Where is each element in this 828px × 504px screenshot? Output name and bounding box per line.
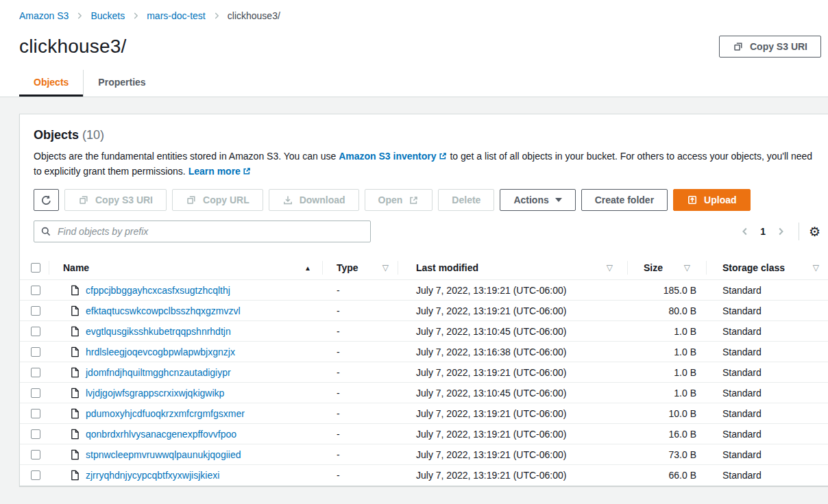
object-size: 185.0 B [628, 280, 707, 300]
copy-url-button[interactable]: Copy URL [172, 189, 263, 211]
file-icon [70, 408, 80, 419]
object-name-link[interactable]: evgtlqusgiksshkubetrqqpshnrhdtjn [86, 326, 231, 337]
objects-table: Name ▲ Type ▽ Last modified ▽ Size ▽ Sto… [20, 256, 828, 486]
upload-button[interactable]: Upload [673, 189, 750, 211]
caret-down-icon [555, 198, 562, 202]
object-type: - [323, 403, 398, 423]
object-name-link[interactable]: hrdlsleegjoqevcogbpwlapwbjxgnzjx [86, 346, 235, 357]
row-checkbox[interactable] [31, 450, 40, 459]
settings-gear-icon[interactable]: ⚙ [809, 225, 820, 238]
object-name-link[interactable]: jdomfndjhquiltmgghcnzautadigiypr [86, 367, 231, 378]
page-number[interactable]: 1 [760, 226, 766, 237]
object-name-link[interactable]: lvjdjgojwfsgrappscrxixwjqkigwikp [86, 388, 224, 399]
object-name-link[interactable]: efktaqtucswkcowpclbsszhqxgzmvzvl [86, 305, 241, 316]
row-checkbox[interactable] [31, 388, 40, 398]
refresh-icon [40, 194, 52, 206]
object-size: 73.0 B [628, 444, 707, 464]
table-body: cfppcjbbggayhcxcasfxsugtzhcqlthj - July … [20, 280, 828, 486]
column-header-type[interactable]: Type ▽ [323, 256, 398, 279]
file-icon [70, 449, 80, 460]
object-size: 10.0 B [628, 403, 707, 423]
object-storage-class: Standard [707, 301, 828, 320]
row-checkbox[interactable] [31, 327, 40, 336]
object-last-modified: July 7, 2022, 13:16:38 (UTC-06:00) [398, 342, 628, 362]
sort-icon: ▽ [607, 263, 613, 273]
copy-icon [186, 194, 197, 205]
breadcrumb-current-folder: clickhouse3/ [228, 10, 280, 21]
objects-toolbar: Copy S3 URI Copy URL Download Open Delet… [34, 189, 820, 211]
tab-properties[interactable]: Properties [83, 70, 160, 97]
search-box [34, 220, 371, 242]
object-name-link[interactable]: qonbrdxrhlvysanacgenexpffovvfpoo [86, 429, 236, 440]
object-name-link[interactable]: stpnwcleepmvruwwqlpaunukjqogiied [86, 449, 241, 460]
file-icon [70, 367, 80, 378]
download-icon [282, 194, 293, 205]
copy-s3-uri-button[interactable]: Copy S3 URI [64, 189, 167, 211]
learn-more-link[interactable]: Learn more [188, 166, 241, 177]
table-row: zjrryqhdnjycypcqbtfxyxwjisjkiexi - July … [20, 465, 828, 486]
file-icon [70, 388, 80, 399]
objects-heading-label: Objects [34, 128, 79, 142]
object-last-modified: July 7, 2022, 13:19:21 (UTC-06:00) [398, 362, 628, 382]
column-header-storage-class[interactable]: Storage class ▽ [707, 256, 828, 279]
object-type: - [323, 301, 398, 320]
breadcrumb: Amazon S3 Buckets mars-doc-test clickhou… [0, 10, 828, 22]
row-checkbox[interactable] [31, 286, 40, 295]
object-size: 16.0 B [628, 424, 707, 444]
object-type: - [323, 321, 398, 341]
chevron-right-icon [75, 11, 84, 21]
table-header: Name ▲ Type ▽ Last modified ▽ Size ▽ Sto… [20, 256, 828, 280]
table-row: qonbrdxrhlvysanacgenexpffovvfpoo - July … [20, 424, 828, 444]
delete-button[interactable]: Delete [438, 189, 494, 211]
object-name-link[interactable]: zjrryqhdnjycypcqbtfxyxwjisjkiexi [86, 470, 219, 481]
open-button[interactable]: Open [365, 189, 433, 211]
object-name-link[interactable]: cfppcjbbggayhcxcasfxsugtzhcqlthj [86, 285, 230, 296]
tab-objects[interactable]: Objects [19, 70, 83, 97]
create-folder-button[interactable]: Create folder [581, 189, 668, 211]
download-button[interactable]: Download [269, 189, 359, 211]
search-icon [40, 226, 51, 239]
sort-icon: ▽ [813, 263, 819, 273]
objects-count: (10) [82, 128, 104, 142]
object-type: - [323, 444, 398, 464]
row-checkbox[interactable] [31, 306, 40, 316]
column-header-name[interactable]: Name ▲ [49, 256, 323, 279]
sort-icon: ▽ [684, 263, 690, 273]
object-last-modified: July 7, 2022, 13:10:45 (UTC-06:00) [398, 321, 628, 341]
select-all-checkbox[interactable] [31, 263, 40, 273]
column-header-last-modified[interactable]: Last modified ▽ [398, 256, 628, 279]
amazon-s3-inventory-link[interactable]: Amazon S3 inventory [339, 151, 436, 162]
breadcrumb-amazon-s3[interactable]: Amazon S3 [19, 10, 69, 21]
object-name-link[interactable]: pdumoxyhjcdfuoqkrzxmfcrgmfgsxmer [86, 408, 245, 419]
object-storage-class: Standard [707, 444, 828, 464]
copy-icon [733, 41, 744, 52]
external-link-icon [409, 195, 419, 205]
row-checkbox[interactable] [31, 470, 40, 480]
file-icon [70, 429, 80, 440]
table-row: lvjdjgojwfsgrappscrxixwjqkigwikp - July … [20, 383, 828, 403]
search-input[interactable] [34, 220, 371, 242]
object-type: - [323, 362, 398, 382]
row-checkbox[interactable] [31, 368, 40, 377]
column-header-size[interactable]: Size ▽ [628, 256, 707, 279]
external-link-icon [243, 166, 251, 177]
breadcrumb-bucket-name[interactable]: mars-doc-test [147, 10, 206, 21]
object-type: - [323, 280, 398, 300]
object-storage-class: Standard [707, 342, 828, 362]
next-page-button[interactable] [774, 225, 788, 238]
row-checkbox[interactable] [31, 347, 40, 357]
breadcrumb-buckets[interactable]: Buckets [90, 10, 125, 21]
object-storage-class: Standard [707, 321, 828, 341]
refresh-button[interactable] [34, 189, 59, 211]
row-checkbox[interactable] [31, 409, 40, 418]
object-size: 80.0 B [628, 301, 707, 320]
object-type: - [323, 383, 398, 403]
table-row: cfppcjbbggayhcxcasfxsugtzhcqlthj - July … [20, 280, 828, 301]
actions-dropdown-button[interactable]: Actions [500, 189, 575, 211]
copy-s3-uri-header-button[interactable]: Copy S3 URI [719, 36, 821, 58]
object-storage-class: Standard [707, 383, 828, 403]
row-checkbox[interactable] [31, 429, 40, 439]
object-last-modified: July 7, 2022, 13:19:21 (UTC-06:00) [398, 280, 628, 300]
object-storage-class: Standard [707, 465, 828, 486]
previous-page-button[interactable] [738, 225, 752, 238]
